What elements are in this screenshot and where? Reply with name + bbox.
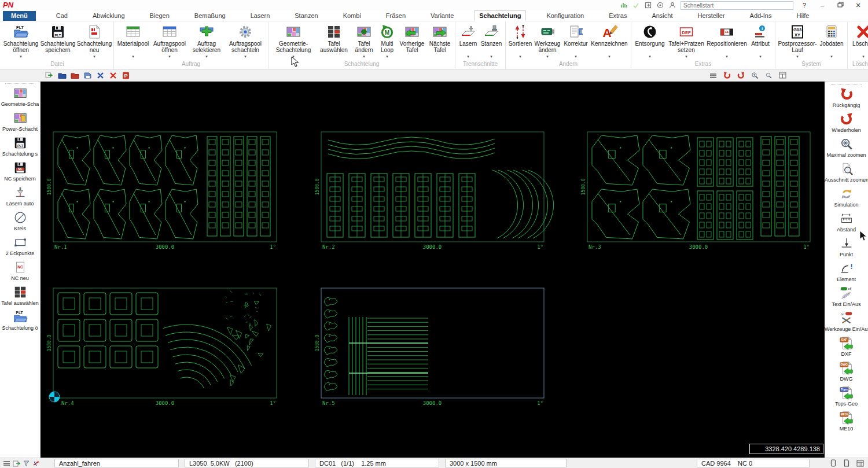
export-icon[interactable] xyxy=(12,459,20,467)
nesting-drawing[interactable]: Nr.1 3000.0 1° 1500.0 Nr.2 3000.0 1° 150… xyxy=(41,82,825,458)
ribbon-item-jobdaten[interactable]: Jobdaten▾ xyxy=(818,23,845,60)
redo-icon[interactable] xyxy=(737,71,745,80)
tab-ansicht[interactable]: Ansicht xyxy=(647,11,677,21)
ribbon-item-auftragspool-schachteln[interactable]: Auftragspool schachteln▾ xyxy=(225,23,266,60)
magnifier-icon[interactable] xyxy=(764,71,773,80)
undo-icon[interactable] xyxy=(723,71,731,80)
blue-save-icon[interactable] xyxy=(83,71,92,80)
tab-hilfe[interactable]: Hilfe xyxy=(792,11,814,21)
quickstart-search-input[interactable] xyxy=(681,1,793,10)
sidebar-item-2-eckpunkte[interactable]: 2 Eckpunkte xyxy=(0,234,40,259)
ribbon-item-multi-loop[interactable]: M Multi Loop▾ xyxy=(377,23,398,60)
ribbon-item-schachtelung-neu[interactable]: Schachtelung neu▾ xyxy=(77,23,112,60)
sidebar-item-dwg-import[interactable]: DWG DWG xyxy=(825,360,868,385)
red-report-icon[interactable]: P xyxy=(122,71,130,80)
sidebar-item-schachtelung-speichern[interactable]: PLT Schachtelung s xyxy=(0,135,40,160)
tab-stanzen[interactable]: Stanzen xyxy=(290,11,322,21)
sidebar-item-punkt[interactable]: Punkt xyxy=(825,235,868,260)
tab-bemassung[interactable]: Bemaßung xyxy=(190,11,230,21)
nesting-canvas[interactable]: Nr.1 3000.0 1° 1500.0 Nr.2 3000.0 1° 150… xyxy=(41,82,825,458)
ribbon-item-attribut[interactable]: i Attribut▾ xyxy=(748,23,773,60)
sidebar-item-me10-import[interactable]: ME10 ME10 xyxy=(825,410,868,434)
ribbon-item-tafel-pratzen-setzen[interactable]: DEF Tafel+Pratzen setzen▾ xyxy=(667,23,706,60)
tab-konfiguration[interactable]: Konfiguration xyxy=(542,11,589,21)
tab-hersteller[interactable]: Hersteller xyxy=(693,11,729,21)
ribbon-item-lasern[interactable]: Lasern▾ xyxy=(457,23,479,60)
sheet-2[interactable]: Nr.2 3000.0 1° 1500.0 xyxy=(315,132,554,250)
sidebar-item-nc-neu[interactable]: NC NC neu xyxy=(0,259,40,284)
tab-biegen[interactable]: Biegen xyxy=(145,11,174,21)
tool-arrows-icon[interactable] xyxy=(32,459,40,467)
tab-extras[interactable]: Extras xyxy=(604,11,631,21)
tab-abwicklung[interactable]: Abwicklung xyxy=(88,11,130,21)
minimize-button[interactable]: – xyxy=(815,1,829,10)
ribbon-item-stanzen[interactable]: Stanzen▾ xyxy=(479,23,503,60)
help-button[interactable]: ? xyxy=(797,1,811,10)
ribbon-item-sortieren[interactable]: Sortieren▾ xyxy=(507,23,533,60)
ribbon-item-tafel-auswaehlen[interactable]: Tafel auswählen xyxy=(317,23,351,54)
green-import-arrow-icon[interactable] xyxy=(45,71,54,80)
ribbon-item-vorherige-tafel[interactable]: Vorherige Tafel xyxy=(398,23,426,54)
ribbon-item-postprozessor-lauf[interactable]: G03XY Postprozessor-Lauf▾ xyxy=(777,23,818,60)
sidebar-item-maximal-zoomen[interactable]: Maximal zoomen xyxy=(825,136,868,161)
tab-kombi[interactable]: Kombi xyxy=(339,11,366,21)
menu-lines-icon[interactable] xyxy=(709,71,718,80)
filter-pencil-icon[interactable] xyxy=(22,459,30,467)
ribbon-item-repositionieren[interactable]: Repositionieren▾ xyxy=(706,23,748,60)
ribbon-item-entsorgung[interactable]: Entsorgung▾ xyxy=(633,23,667,60)
clipboard-icon[interactable] xyxy=(644,2,652,9)
tab-schachtelung[interactable]: Schachtelung xyxy=(474,10,526,21)
ribbon-item-loeschen[interactable]: Löschen▾ xyxy=(849,23,868,60)
close-button[interactable]: ✕ xyxy=(851,1,865,10)
sidebar-item-element[interactable]: ! Element xyxy=(825,260,868,285)
sidebar-item-dxf-import[interactable]: DXF DXF xyxy=(825,335,868,360)
sidebar-item-wiederholen[interactable]: Wiederholen xyxy=(825,111,868,136)
sheet-5[interactable]: Nr.5 3000.0 1° 1500.0 xyxy=(315,288,544,406)
sidebar-item-abstand[interactable]: Abstand xyxy=(825,211,868,235)
sidebar-item-ausschnitt-zoomen[interactable]: Ausschnitt zoomen xyxy=(825,161,868,186)
zoom-icon[interactable] xyxy=(751,71,759,80)
ribbon-item-schachtelung-oeffnen[interactable]: PLT Schachtelung öffnen▾ xyxy=(3,23,39,60)
ribbon-item-geometrie-schachtelung[interactable]: Geometrie-Schachtelung▾ xyxy=(270,23,317,60)
sidebar-item-tafel-auswaehlen[interactable]: Tafel auswählen xyxy=(0,284,40,309)
user-icon[interactable] xyxy=(668,2,676,9)
sidebar-item-simulation[interactable]: Simulation xyxy=(825,186,868,211)
sheet-4[interactable]: Nr.4 3000.0 1° 1500.0 xyxy=(47,288,277,406)
globe-icon[interactable] xyxy=(656,2,664,9)
ribbon-item-korrektur[interactable]: Korrektur▾ xyxy=(562,23,590,60)
device-icon[interactable] xyxy=(829,459,837,467)
sidebar-item-rueckgaengig[interactable]: Rückgängig xyxy=(825,86,868,111)
list-icon[interactable] xyxy=(2,459,10,467)
ribbon-item-schachtelung-speichern[interactable]: PLT Schachtelung speichern xyxy=(39,23,77,54)
sheet-1[interactable]: Nr.1 3000.0 1° 1500.0 xyxy=(47,132,277,250)
sidebar-item-kreis[interactable]: Kreis xyxy=(0,209,40,234)
window-icon[interactable] xyxy=(778,71,787,80)
ribbon-item-kennzeichnen[interactable]: A Kennzeichnen▾ xyxy=(590,23,629,60)
ribbon-item-tafel-aendern[interactable]: Tafel ändern▾ xyxy=(351,23,377,60)
ribbon-item-materialpool[interactable]: Materialpool▾ xyxy=(116,23,150,60)
sidebar-item-lasern-auto[interactable]: Lasern auto xyxy=(0,185,40,209)
sidebar-item-nc-speichern[interactable]: NC NC speichern xyxy=(0,160,40,185)
sidebar-item-werkzeuge-ein-aus[interactable]: on Werkzeuge Ein/Aus xyxy=(825,310,868,335)
grid-icon[interactable] xyxy=(856,459,864,467)
sidebar-item-tops-geo-import[interactable]: Tops Tops-Geo xyxy=(825,385,868,410)
tab-addins[interactable]: Add-Ins xyxy=(745,11,777,21)
blue-x-icon[interactable] xyxy=(96,71,105,80)
tab-cad[interactable]: Cad xyxy=(52,11,72,21)
tab-lasern[interactable]: Lasern xyxy=(246,11,275,21)
document-icon[interactable] xyxy=(843,459,851,467)
sidebar-item-power-schachtelung[interactable]: Power-Schacht xyxy=(0,110,40,135)
tab-fraesen[interactable]: Fräsen xyxy=(381,11,410,21)
ribbon-item-auftragspool-oeffnen[interactable]: Auftragspool öffnen▾ xyxy=(150,23,189,60)
sheet-3[interactable]: Nr.3 3000.0 1° 1500.0 xyxy=(581,132,810,250)
restore-button[interactable] xyxy=(833,1,847,10)
ribbon-item-naechste-tafel[interactable]: Nächste Tafel xyxy=(426,23,453,54)
red-x-icon[interactable] xyxy=(109,71,117,80)
ribbon-item-werkzeug-aendern[interactable]: Werkzeug ändern▾ xyxy=(533,23,562,60)
tab-variante[interactable]: Variante xyxy=(426,11,458,21)
tab-menue[interactable]: Menü xyxy=(3,11,36,21)
red-folder-icon[interactable] xyxy=(71,71,79,80)
sidebar-item-schachtelung-oeffnen[interactable]: PLT Schachtelung ö xyxy=(0,309,40,334)
sidebar-item-geometrie-schachtelung[interactable]: Geometrie-Scha xyxy=(0,85,40,110)
sidebar-item-text-ein-aus[interactable]: off Text Ein/Aus xyxy=(825,285,868,310)
